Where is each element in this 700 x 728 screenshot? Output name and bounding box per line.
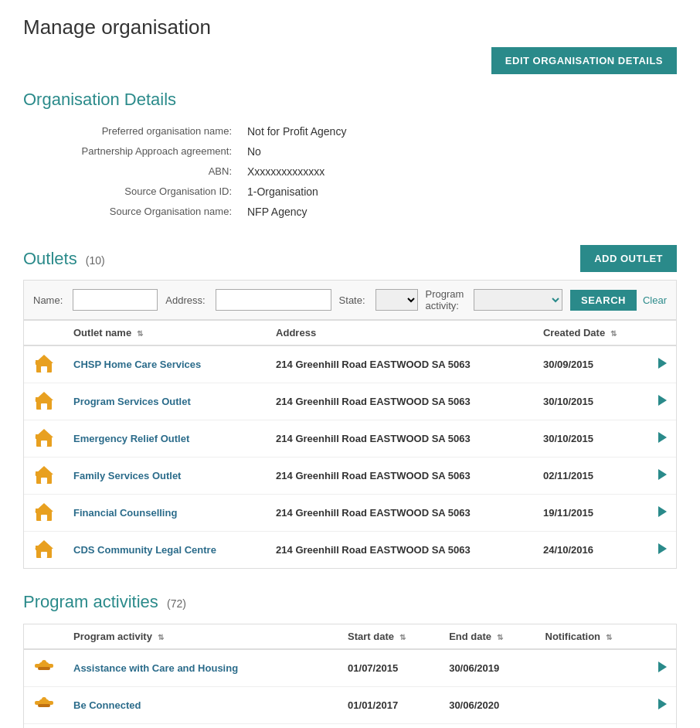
org-detail-value: NFP Agency xyxy=(240,202,354,222)
pa-start-col-header[interactable]: Start date ⇅ xyxy=(338,624,440,649)
svg-rect-6 xyxy=(41,403,47,410)
house-icon xyxy=(33,501,55,522)
pa-arrow-cell[interactable] xyxy=(649,687,676,724)
outlet-arrow-cell[interactable] xyxy=(649,383,676,420)
pa-end-cell: 30/06/2020 xyxy=(440,724,535,729)
outlet-name-cell: Program Services Outlet xyxy=(64,383,267,420)
org-detail-row: Source Organisation name: NFP Agency xyxy=(70,202,354,222)
pa-end-col-header[interactable]: End date ⇅ xyxy=(440,624,535,649)
pa-row-arrow[interactable] xyxy=(658,662,667,672)
pa-arrow-cell[interactable] xyxy=(649,724,676,729)
outlet-name-link[interactable]: Family Services Outlet xyxy=(73,470,181,481)
table-row: Emergency Relief Outlet 214 Greenhill Ro… xyxy=(24,420,676,458)
sort-end-date-icon: ⇅ xyxy=(497,633,503,641)
program-activities-table-container: Program activity ⇅ Start date ⇅ End date… xyxy=(23,624,677,728)
outlets-table: Outlet name ⇅ Address Created Date ⇅ CHS… xyxy=(24,321,676,568)
outlet-date-cell: 30/10/2015 xyxy=(534,383,649,420)
pa-arrow-cell[interactable] xyxy=(649,649,676,687)
outlet-date-col-header[interactable]: Created Date ⇅ xyxy=(534,321,649,345)
program-filter-select[interactable] xyxy=(474,289,562,311)
house-icon xyxy=(33,538,55,560)
pa-name-col-header[interactable]: Program activity ⇅ xyxy=(64,624,338,649)
outlet-arrow-cell[interactable] xyxy=(649,458,676,495)
outlet-arrow-cell[interactable] xyxy=(649,345,676,383)
pa-notification-cell xyxy=(536,687,649,724)
pa-arrow-col-header xyxy=(649,624,676,649)
table-row: Financial Counselling 214 Greenhill Road… xyxy=(24,495,676,532)
outlet-name-cell: Emergency Relief Outlet xyxy=(64,420,267,458)
name-filter-input[interactable] xyxy=(73,289,158,311)
svg-rect-10 xyxy=(41,441,47,447)
outlet-name-link[interactable]: Program Services Outlet xyxy=(73,396,191,407)
outlet-date-cell: 19/11/2015 xyxy=(534,495,649,532)
pa-notification-col-header[interactable]: Notification ⇅ xyxy=(536,624,649,649)
outlet-name-col-header[interactable]: Outlet name ⇅ xyxy=(64,321,267,345)
house-icon xyxy=(33,352,55,374)
outlets-filter-bar: Name: Address: State: ACT NSW NT QLD SA … xyxy=(23,280,677,320)
house-icon xyxy=(33,464,55,485)
pa-name-link[interactable]: Assistance with Care and Housing xyxy=(73,662,238,674)
page-title: Manage organisation xyxy=(23,15,677,39)
outlet-row-arrow[interactable] xyxy=(658,543,667,554)
outlet-name-link[interactable]: CHSP Home Care Services xyxy=(73,359,201,370)
outlet-icon-cell xyxy=(24,383,64,420)
outlet-name-cell: Family Services Outlet xyxy=(64,458,267,495)
pa-name-cell: Assistance with Care and Housing xyxy=(64,649,338,687)
org-detail-row: Preferred organisation name: Not for Pro… xyxy=(70,121,354,141)
house-icon xyxy=(33,427,55,448)
svg-rect-14 xyxy=(41,478,47,484)
sort-outlet-name-icon: ⇅ xyxy=(137,329,143,338)
state-filter-select[interactable]: ACT NSW NT QLD SA TAS VIC WA xyxy=(375,289,418,311)
org-detail-label: Source Organisation name: xyxy=(70,202,240,222)
outlet-row-arrow[interactable] xyxy=(658,432,667,443)
pa-icon-col-header xyxy=(24,624,64,649)
sort-notification-icon: ⇅ xyxy=(606,633,612,641)
outlet-row-arrow[interactable] xyxy=(658,395,667,406)
program-filter-label: Program activity: xyxy=(426,288,464,311)
svg-point-27 xyxy=(42,660,46,665)
outlet-address-cell: 214 Greenhill Road EASTWOOD SA 5063 xyxy=(267,532,534,569)
clear-link[interactable]: Clear xyxy=(643,294,667,306)
edit-organisation-button[interactable]: EDIT ORGANISATION DETAILS xyxy=(491,47,677,74)
search-button[interactable]: SEARCH xyxy=(570,290,637,311)
outlet-name-link[interactable]: Financial Counselling xyxy=(73,507,177,519)
org-detail-row: Source Organisation ID: 1-Organisation xyxy=(70,182,354,202)
pa-row-arrow[interactable] xyxy=(658,699,667,709)
pa-end-cell: 30/06/2020 xyxy=(440,687,535,724)
address-filter-input[interactable] xyxy=(216,289,331,311)
outlet-arrow-cell[interactable] xyxy=(649,420,676,458)
outlet-name-cell: CHSP Home Care Services xyxy=(64,345,267,383)
org-detail-value: Xxxxxxxxxxxxxx xyxy=(240,162,354,182)
pa-name-link[interactable]: Be Connected xyxy=(73,699,141,711)
top-bar: EDIT ORGANISATION DETAILS xyxy=(23,47,677,74)
care-icon xyxy=(33,693,55,715)
outlet-name-link[interactable]: CDS Community Legal Centre xyxy=(73,544,216,556)
outlet-address-cell: 214 Greenhill Road EASTWOOD SA 5063 xyxy=(267,458,534,495)
add-outlet-button[interactable]: ADD OUTLET xyxy=(580,245,677,272)
pa-start-cell: 01/01/2017 xyxy=(338,687,440,724)
pa-notification-cell xyxy=(536,649,649,687)
pa-end-cell: 30/06/2019 xyxy=(440,649,535,687)
outlets-title: Outlets (10) xyxy=(23,249,105,269)
pa-notification-cell xyxy=(536,724,649,729)
pa-icon-cell xyxy=(24,649,64,687)
state-filter-label: State: xyxy=(339,294,365,306)
svg-rect-3 xyxy=(36,360,39,365)
outlet-row-arrow[interactable] xyxy=(658,358,667,369)
table-row: Building Capacity in Australian Parents … xyxy=(24,724,676,729)
outlets-table-head: Outlet name ⇅ Address Created Date ⇅ xyxy=(24,321,676,345)
outlet-name-link[interactable]: Emergency Relief Outlet xyxy=(73,433,189,444)
pa-icon-cell xyxy=(24,687,64,724)
outlet-date-cell: 30/09/2015 xyxy=(534,345,649,383)
table-row: Be Connected 01/01/2017 30/06/2020 xyxy=(24,687,676,724)
outlet-icon-cell xyxy=(24,420,64,458)
outlet-row-arrow[interactable] xyxy=(658,469,667,480)
outlet-arrow-cell[interactable] xyxy=(649,532,676,569)
svg-rect-15 xyxy=(36,471,39,476)
org-details-table: Preferred organisation name: Not for Pro… xyxy=(70,121,354,222)
outlet-arrow-cell[interactable] xyxy=(649,495,676,532)
outlet-icon-cell xyxy=(24,495,64,532)
pa-name-cell: Be Connected xyxy=(64,687,338,724)
outlet-row-arrow[interactable] xyxy=(658,506,667,517)
pa-start-cell: 01/01/2017 xyxy=(338,724,440,729)
